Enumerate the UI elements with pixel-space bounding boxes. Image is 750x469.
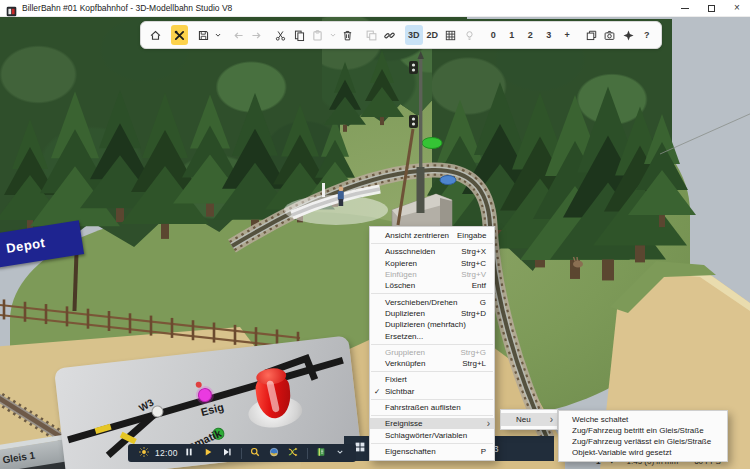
grid-button[interactable] xyxy=(442,25,460,45)
catalog-icon xyxy=(315,446,327,461)
delete-button[interactable] xyxy=(339,25,357,45)
toolbar-separator xyxy=(241,448,242,459)
sun-icon xyxy=(138,446,150,461)
menu-separator xyxy=(371,344,493,345)
copy-button[interactable] xyxy=(291,25,309,45)
time-display-button[interactable]: 12:00 xyxy=(154,445,179,461)
context-menu-item[interactable]: Sichtbar xyxy=(370,386,494,397)
app-window: Depot W3 Esig Automatik xyxy=(0,0,750,469)
menu-separator xyxy=(371,293,493,294)
shuffle-tracks-button[interactable] xyxy=(285,445,302,461)
context-menu-item[interactable]: Verknüpfen Strg+L xyxy=(370,358,494,369)
event-type-item[interactable]: Objekt-Variable wird gesetzt xyxy=(559,447,727,458)
menu-separator xyxy=(371,415,493,416)
camera-0-button[interactable]: 0 xyxy=(485,25,503,45)
toolbar-separator xyxy=(307,448,308,459)
context-menu-item[interactable]: Ersetzen... xyxy=(370,330,494,341)
save-more-button[interactable] xyxy=(213,25,223,45)
camera-3-button[interactable]: 3 xyxy=(540,25,558,45)
context-menu-item[interactable]: Fahrstraßen auflisten xyxy=(370,402,494,413)
camera-1-button[interactable]: 1 xyxy=(503,25,521,45)
catalog-button[interactable] xyxy=(313,445,330,461)
event-type-item[interactable]: Weiche schaltet xyxy=(559,414,727,425)
pause-icon xyxy=(183,446,195,461)
context-menu-item[interactable]: Ausschneiden Strg+X xyxy=(370,246,494,257)
context-menu-item[interactable]: Schlagwörter/Variablen xyxy=(370,429,494,440)
magnifier-icon xyxy=(249,446,261,461)
rabbit-figure xyxy=(573,257,583,268)
camera-icon xyxy=(603,29,616,42)
environment-button[interactable] xyxy=(266,445,283,461)
star-icon xyxy=(622,29,635,42)
paste-button[interactable] xyxy=(309,25,327,45)
context-menu-item[interactable]: Einfügen Strg+V xyxy=(370,269,494,280)
duplicate-button[interactable] xyxy=(363,25,381,45)
titlebar: BillerBahn #01 Kopfbahnhof - 3D-Modellba… xyxy=(0,0,750,17)
catenary-wire xyxy=(660,113,750,154)
step-forward-button[interactable] xyxy=(219,445,236,461)
help-button[interactable]: ? xyxy=(638,25,656,45)
link-icon xyxy=(383,29,396,42)
context-menu: Ansicht zentrieren Eingabe Ausschneiden … xyxy=(369,226,495,461)
minimize-button[interactable] xyxy=(672,0,698,16)
context-menu-item[interactable]: Eigenschaften P xyxy=(370,446,494,457)
screenshot-button[interactable] xyxy=(601,25,619,45)
events-submenu: Neu xyxy=(500,409,558,430)
menu-separator xyxy=(371,399,493,400)
link-button[interactable] xyxy=(381,25,399,45)
context-menu-item[interactable]: Gruppieren Strg+G xyxy=(370,347,494,358)
submenu-item-new[interactable]: Neu xyxy=(501,413,557,426)
context-menu-item[interactable]: Ansicht zentrieren Eingabe xyxy=(370,230,494,241)
chevron-down-icon xyxy=(213,30,223,40)
tools-icon xyxy=(173,29,186,42)
tools-button[interactable] xyxy=(171,25,189,45)
new-event-submenu: Weiche schaltet Zug/Fahrzeug betritt ein… xyxy=(558,410,728,462)
home-button[interactable] xyxy=(147,25,165,45)
catalog-more-button[interactable] xyxy=(332,445,349,461)
context-menu-item[interactable]: Verschieben/Drehen G xyxy=(370,296,494,307)
daylight-button[interactable] xyxy=(135,445,152,461)
paste-icon xyxy=(311,29,324,42)
zoom-button[interactable] xyxy=(247,445,264,461)
camera-add-button[interactable]: + xyxy=(559,25,577,45)
save-icon xyxy=(197,29,210,42)
context-menu-item[interactable]: Ereignisse xyxy=(370,418,494,429)
context-menu-item[interactable]: Fixiert xyxy=(370,374,494,385)
cut-button[interactable] xyxy=(272,25,290,45)
view-2d-button[interactable]: 2D xyxy=(424,25,442,45)
marker-green[interactable] xyxy=(422,138,442,149)
home-icon xyxy=(149,29,162,42)
marker-blue[interactable] xyxy=(440,176,456,185)
undo-button[interactable] xyxy=(230,25,248,45)
app-icon xyxy=(6,3,17,14)
menu-separator xyxy=(371,243,493,244)
event-type-item[interactable]: Zug/Fahrzeug verlässt ein Gleis/Straße xyxy=(559,436,727,447)
grid-icon xyxy=(444,29,457,42)
context-menu-item[interactable]: Löschen Entf xyxy=(370,280,494,291)
context-menu-item[interactable]: Kopieren Strg+C xyxy=(370,258,494,269)
view-3d-button[interactable]: 3D xyxy=(405,25,423,45)
redo-button[interactable] xyxy=(248,25,266,45)
arrow-left-icon xyxy=(232,29,245,42)
event-type-item[interactable]: Zug/Fahrzeug betritt ein Gleis/Straße xyxy=(559,425,727,436)
context-menu-item[interactable]: Duplizieren (mehrfach) xyxy=(370,319,494,330)
signal-mast[interactable] xyxy=(398,51,425,225)
window-title: BillerBahn #01 Kopfbahnhof - 3D-Modellba… xyxy=(22,3,232,13)
effects-button[interactable] xyxy=(620,25,638,45)
new-window-button[interactable] xyxy=(583,25,601,45)
menu-separator xyxy=(371,371,493,372)
close-button[interactable]: × xyxy=(724,0,750,16)
globe-icon xyxy=(268,446,280,461)
play-button[interactable] xyxy=(200,445,217,461)
maximize-button[interactable] xyxy=(698,0,724,16)
person-figure[interactable] xyxy=(338,187,344,206)
chevron-down-icon xyxy=(328,30,338,40)
context-menu-item[interactable]: Duplizieren Strg+D xyxy=(370,308,494,319)
arrow-right-icon xyxy=(250,29,263,42)
camera-2-button[interactable]: 2 xyxy=(522,25,540,45)
pause-button[interactable] xyxy=(181,445,198,461)
tabs-icon xyxy=(585,29,598,42)
light-button[interactable] xyxy=(461,25,479,45)
save-button[interactable] xyxy=(195,25,213,45)
paste-more-button[interactable] xyxy=(328,25,338,45)
